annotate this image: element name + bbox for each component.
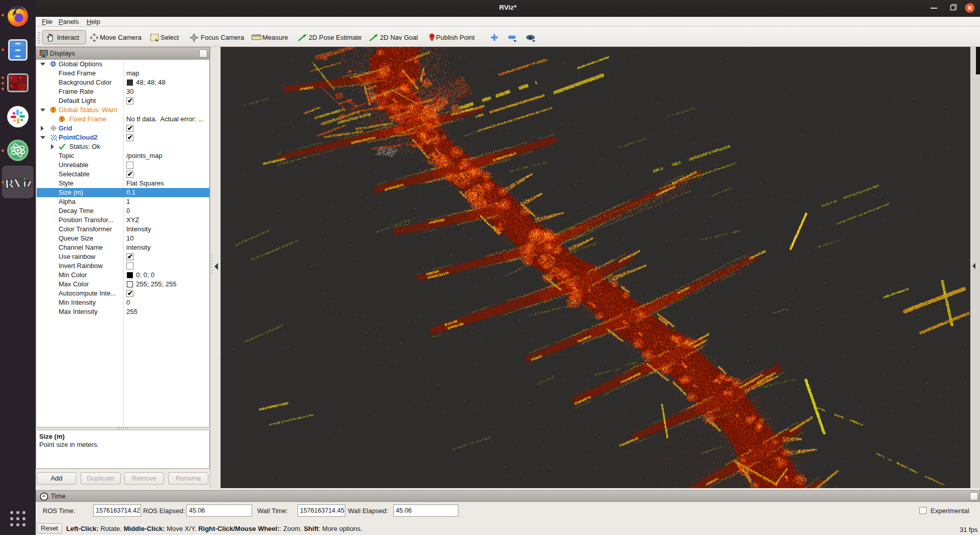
svg-text:>: >	[10, 76, 12, 80]
svg-text:>: >	[19, 76, 21, 80]
svg-text:>_: >_	[10, 84, 15, 88]
svg-text:RViz: RViz	[4, 175, 33, 192]
